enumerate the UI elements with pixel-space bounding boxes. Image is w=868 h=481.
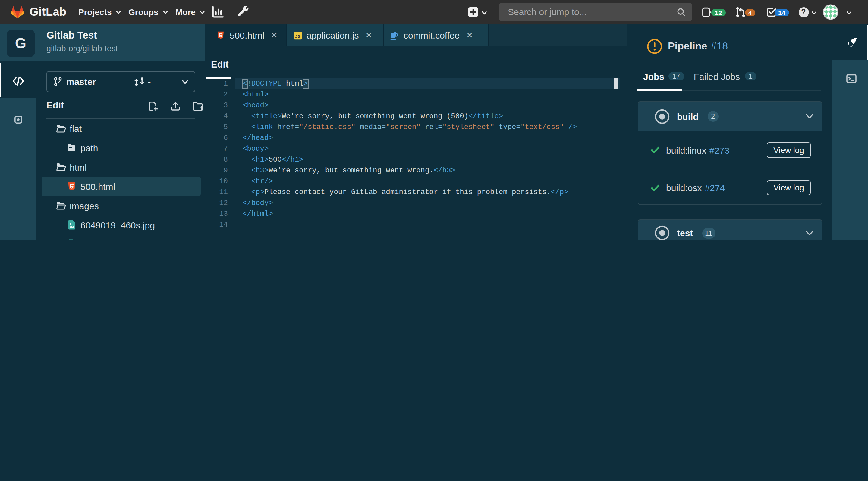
svg-text:JS: JS	[295, 34, 300, 39]
